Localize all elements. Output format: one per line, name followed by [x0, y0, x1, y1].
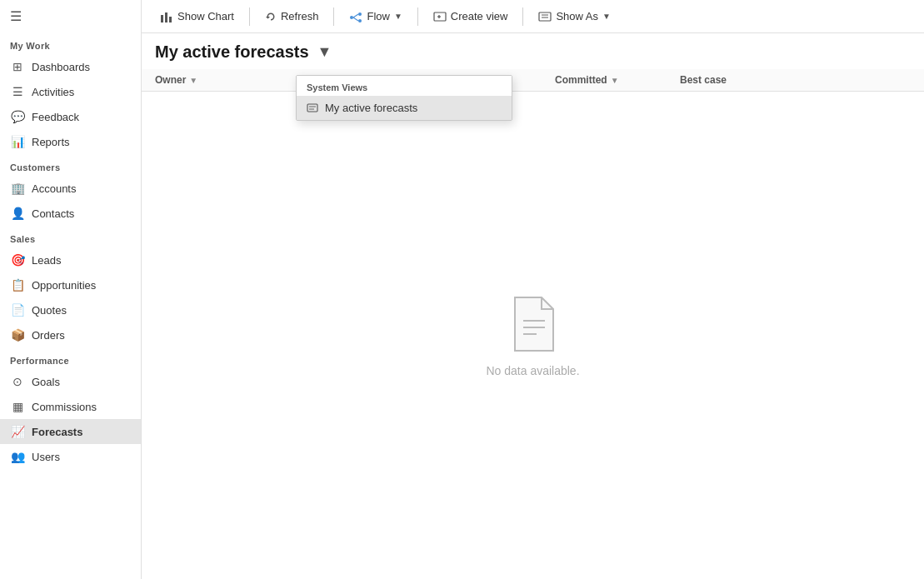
svg-rect-14 — [307, 104, 317, 112]
table-header: Owner ▼ Quota ▼ Closed ▼ Committed ▼ Bes… — [142, 69, 924, 92]
bestcase-col-label: Best case — [680, 74, 727, 86]
sidebar-item-activities[interactable]: ☰ Activities — [0, 79, 141, 104]
sidebar: ☰ My Work ⊞ Dashboards ☰ Activities 💬 Fe… — [0, 0, 142, 579]
toolbar-separator-4 — [522, 7, 523, 26]
show-chart-label: Show Chart — [177, 10, 234, 22]
section-sales: Sales — [0, 226, 141, 247]
sidebar-item-label: Reports — [32, 136, 70, 148]
sidebar-item-users[interactable]: 👥 Users — [0, 444, 141, 469]
feedback-icon: 💬 — [10, 110, 25, 123]
sidebar-item-label: Opportunities — [32, 279, 96, 292]
dropdown-item-my-active-forecasts[interactable]: My active forecasts — [297, 96, 512, 120]
svg-rect-1 — [165, 12, 167, 22]
flow-icon — [349, 9, 362, 22]
col-header-committed: Committed ▼ — [555, 74, 680, 86]
show-as-icon — [538, 9, 552, 22]
svg-line-7 — [353, 17, 358, 21]
sidebar-item-label: Accounts — [32, 182, 76, 195]
sidebar-item-accounts[interactable]: 🏢 Accounts — [0, 176, 141, 201]
commissions-icon: ▦ — [10, 400, 25, 413]
show-chart-icon — [160, 9, 173, 22]
toolbar-separator-1 — [249, 7, 250, 26]
sidebar-item-commissions[interactable]: ▦ Commissions — [0, 394, 141, 419]
show-as-label: Show As — [556, 10, 598, 22]
refresh-button[interactable]: Refresh — [257, 6, 327, 26]
leads-icon: 🎯 — [10, 253, 25, 267]
sidebar-item-label: Goals — [32, 376, 60, 388]
page-title-dropdown-button[interactable]: ▼ — [316, 42, 334, 62]
page-title: My active forecasts — [155, 42, 309, 62]
create-view-button[interactable]: Create view — [425, 6, 517, 26]
activities-icon: ☰ — [10, 85, 25, 98]
hamburger-button[interactable]: ☰ — [0, 0, 141, 32]
sidebar-item-orders[interactable]: 📦 Orders — [0, 322, 141, 347]
svg-point-5 — [358, 19, 362, 22]
toolbar-separator-2 — [333, 7, 334, 26]
sidebar-item-label: Commissions — [32, 401, 97, 413]
empty-state-icon — [507, 294, 560, 354]
quotes-icon: 📄 — [10, 303, 25, 317]
col-header-owner: Owner ▼ — [155, 74, 305, 86]
section-performance: Performance — [0, 347, 141, 369]
dropdown-item-label: My active forecasts — [325, 102, 417, 114]
sidebar-item-label: Activities — [32, 86, 74, 98]
section-my-work: My Work — [0, 32, 141, 54]
show-chart-button[interactable]: Show Chart — [152, 6, 242, 26]
contacts-icon: 👤 — [10, 207, 25, 220]
forecasts-icon: 📈 — [10, 425, 25, 438]
empty-state-text: No data available. — [486, 364, 579, 377]
sidebar-item-opportunities[interactable]: 📋 Opportunities — [0, 272, 141, 297]
orders-icon: 📦 — [10, 328, 25, 342]
svg-point-3 — [350, 16, 353, 19]
reports-icon: 📊 — [10, 135, 25, 148]
col-header-bestcase: Best case — [680, 74, 911, 86]
sidebar-item-feedback[interactable]: 💬 Feedback — [0, 104, 141, 129]
dashboards-icon: ⊞ — [10, 60, 25, 73]
sidebar-item-forecasts[interactable]: 📈 Forecasts — [0, 419, 141, 444]
committed-filter-icon[interactable]: ▼ — [611, 76, 619, 85]
svg-rect-11 — [539, 12, 551, 21]
page-header: My active forecasts ▼ — [142, 33, 924, 62]
refresh-label: Refresh — [281, 10, 319, 22]
refresh-icon — [265, 9, 277, 22]
flow-button[interactable]: Flow ▼ — [341, 6, 410, 26]
owner-col-label: Owner — [155, 74, 186, 86]
sidebar-item-dashboards[interactable]: ⊞ Dashboards — [0, 54, 141, 79]
flow-label: Flow — [367, 10, 389, 22]
show-as-dropdown-icon: ▼ — [602, 12, 611, 21]
flow-dropdown-icon: ▼ — [394, 12, 402, 21]
dropdown-section-label: System Views — [297, 76, 512, 96]
owner-filter-icon[interactable]: ▼ — [189, 76, 197, 85]
goals-icon: ⊙ — [10, 375, 25, 388]
toolbar: Show Chart Refresh Flow — [142, 0, 924, 33]
dropdown-item-icon — [307, 102, 318, 114]
sidebar-item-label: Forecasts — [32, 426, 82, 438]
view-dropdown-panel: System Views My active forecasts — [296, 75, 512, 121]
users-icon: 👥 — [10, 450, 25, 463]
sidebar-item-label: Contacts — [32, 207, 74, 220]
sidebar-item-reports[interactable]: 📊 Reports — [0, 129, 141, 154]
svg-rect-2 — [169, 17, 172, 22]
empty-state: No data available. — [142, 92, 924, 579]
svg-rect-0 — [161, 15, 163, 22]
show-as-button[interactable]: Show As ▼ — [530, 6, 619, 26]
main-content: Show Chart Refresh Flow — [142, 0, 924, 579]
sidebar-item-quotes[interactable]: 📄 Quotes — [0, 297, 141, 322]
sidebar-item-label: Feedback — [32, 111, 79, 123]
svg-point-4 — [358, 12, 362, 16]
sidebar-item-label: Users — [32, 451, 60, 463]
sidebar-item-goals[interactable]: ⊙ Goals — [0, 369, 141, 394]
toolbar-separator-3 — [417, 7, 418, 26]
committed-col-label: Committed — [555, 74, 607, 86]
sidebar-item-label: Quotes — [32, 304, 67, 317]
sidebar-item-leads[interactable]: 🎯 Leads — [0, 247, 141, 272]
sidebar-item-label: Leads — [32, 254, 61, 267]
accounts-icon: 🏢 — [10, 182, 25, 195]
section-customers: Customers — [0, 154, 141, 176]
svg-line-6 — [353, 14, 358, 17]
sidebar-item-contacts[interactable]: 👤 Contacts — [0, 201, 141, 226]
create-view-label: Create view — [451, 10, 508, 22]
sidebar-item-label: Orders — [32, 329, 65, 342]
sidebar-item-label: Dashboards — [32, 61, 90, 73]
create-view-icon — [433, 9, 447, 22]
